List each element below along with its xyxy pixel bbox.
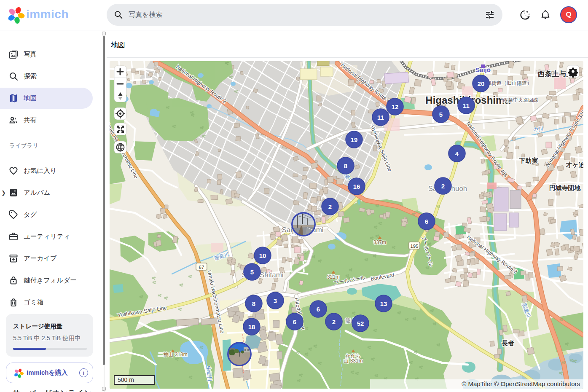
svg-text:才ヶ迫: 才ヶ迫 (565, 161, 583, 168)
svg-text:52: 52 (357, 320, 364, 327)
svg-text:4: 4 (455, 150, 459, 157)
svg-text:3: 3 (274, 297, 277, 304)
svg-text:12: 12 (392, 103, 399, 110)
svg-text:6: 6 (425, 218, 428, 225)
svg-text:337m: 337m (373, 239, 386, 245)
svg-text:8: 8 (344, 162, 347, 169)
svg-text:500 m: 500 m (118, 376, 134, 383)
svg-text:195: 195 (410, 244, 418, 249)
svg-text:11: 11 (463, 102, 470, 109)
svg-text:16: 16 (353, 183, 360, 190)
svg-text:8: 8 (252, 300, 255, 307)
svg-text:西条中央巡回線: 西条中央巡回線 (503, 97, 538, 103)
svg-text:山 331m: 山 331m (344, 358, 362, 364)
svg-text:6: 6 (317, 306, 320, 313)
svg-text:長者: 長者 (501, 339, 514, 346)
svg-text:© MapTiler © OpenStreetMap con: © MapTiler © OpenStreetMap contributors (462, 380, 580, 387)
svg-text:円城寺団地: 円城寺団地 (549, 184, 581, 191)
svg-text:下助実: 下助実 (519, 157, 538, 164)
svg-text:11: 11 (377, 114, 384, 121)
svg-text:13: 13 (380, 300, 387, 307)
svg-text:2: 2 (328, 203, 332, 210)
svg-text:2: 2 (332, 318, 336, 325)
svg-text:5: 5 (250, 268, 254, 276)
svg-text:二神山 313m: 二神山 313m (158, 352, 187, 357)
svg-text:2: 2 (441, 183, 445, 190)
svg-text:321m: 321m (327, 274, 340, 280)
svg-text:6: 6 (293, 318, 296, 325)
svg-text:19: 19 (351, 136, 358, 143)
svg-text:20: 20 (478, 80, 485, 87)
svg-text:67: 67 (199, 265, 204, 270)
svg-text:5: 5 (439, 111, 443, 118)
svg-text:10: 10 (259, 252, 266, 259)
svg-text:18: 18 (248, 323, 255, 330)
